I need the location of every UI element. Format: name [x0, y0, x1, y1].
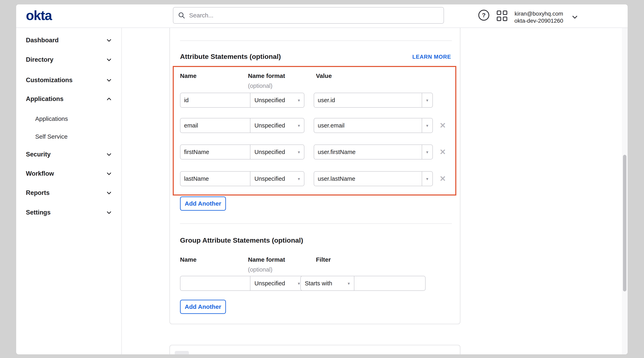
- user-email: kiran@boxyhq.com: [512, 10, 566, 17]
- placeholder-block: [175, 351, 189, 354]
- column-header-name-format: Name format: [248, 256, 285, 263]
- close-icon: ✕: [440, 148, 446, 156]
- browser-viewport: okta ? kiran@boxyhq.com okta-d: [16, 5, 628, 354]
- sidebar-item-settings[interactable]: Settings: [26, 208, 112, 217]
- sidebar-item-customizations[interactable]: Customizations: [26, 76, 112, 85]
- sidebar-divider: [121, 28, 122, 354]
- learn-more-link[interactable]: LEARN MORE: [412, 54, 451, 60]
- caret-down-icon: ▾: [426, 123, 428, 128]
- search-icon: [178, 12, 186, 19]
- column-header-optional-note: (optional): [248, 266, 272, 273]
- attribute-name-input[interactable]: [180, 172, 250, 186]
- chevron-down-icon: [106, 170, 112, 177]
- caret-down-icon: ▾: [426, 177, 428, 181]
- global-search: [173, 7, 444, 24]
- chevron-down-icon: [106, 209, 112, 216]
- user-org: okta-dev-20901260: [512, 17, 566, 24]
- sidebar-item-applications[interactable]: Applications: [26, 95, 112, 103]
- attribute-name-input[interactable]: [180, 93, 250, 107]
- remove-row-button[interactable]: ✕: [438, 121, 447, 130]
- chevron-down-icon: [106, 189, 112, 196]
- user-menu[interactable]: kiran@boxyhq.com okta-dev-20901260: [512, 10, 566, 24]
- filter-operator-select[interactable]: Starts with ▾: [301, 276, 354, 290]
- screen: okta ? kiran@boxyhq.com okta-d: [0, 0, 644, 358]
- value-dropdown-button[interactable]: ▾: [422, 172, 432, 186]
- caret-down-icon: ▾: [426, 98, 428, 102]
- chevron-down-icon: [106, 151, 112, 158]
- attribute-value-input[interactable]: [314, 145, 422, 159]
- attribute-value-input[interactable]: [314, 118, 422, 133]
- caret-down-icon: ▾: [298, 123, 300, 128]
- search-input[interactable]: [189, 12, 439, 19]
- value-dropdown-button[interactable]: ▾: [422, 118, 432, 133]
- apps-grid-icon[interactable]: [497, 11, 507, 21]
- chevron-down-icon[interactable]: [571, 13, 579, 21]
- sidebar-item-security[interactable]: Security: [26, 150, 112, 159]
- saml-settings-card: Attribute Statements (optional) LEARN MO…: [170, 28, 460, 324]
- name-format-select[interactable]: Unspecified ▾: [250, 118, 304, 133]
- column-header-value: Value: [316, 73, 332, 79]
- caret-down-icon: ▾: [298, 150, 300, 154]
- sidebar-item-self-service[interactable]: Self Service: [35, 132, 112, 141]
- name-format-select[interactable]: Unspecified ▾: [250, 145, 304, 159]
- name-format-select[interactable]: Unspecified ▾: [250, 276, 304, 290]
- caret-down-icon: ▾: [298, 177, 300, 181]
- sidebar-item-directory[interactable]: Directory: [26, 55, 112, 64]
- section-divider: [180, 41, 452, 41]
- name-format-select[interactable]: Unspecified ▾: [250, 93, 304, 107]
- group-attribute-statements-title: Group Attribute Statements (optional): [180, 236, 303, 244]
- caret-down-icon: ▾: [298, 98, 300, 102]
- attribute-statements-title: Attribute Statements (optional): [180, 53, 281, 61]
- column-header-filter: Filter: [316, 256, 331, 263]
- okta-logo: okta: [26, 8, 52, 23]
- caret-down-icon: ▾: [426, 150, 428, 154]
- sidebar-item-reports[interactable]: Reports: [26, 188, 112, 197]
- chevron-up-icon: [106, 96, 112, 102]
- chevron-down-icon: [106, 37, 112, 44]
- attribute-value-input[interactable]: [314, 93, 422, 107]
- attribute-name-input[interactable]: [180, 118, 250, 133]
- name-format-select[interactable]: Unspecified ▾: [250, 172, 304, 186]
- sidebar-item-dashboard[interactable]: Dashboard: [26, 36, 112, 45]
- close-icon: ✕: [440, 121, 446, 130]
- attribute-name-input[interactable]: [180, 145, 250, 159]
- filter-value-input[interactable]: [354, 276, 425, 290]
- chevron-down-icon: [106, 77, 112, 84]
- help-icon[interactable]: ?: [478, 10, 489, 21]
- add-another-attribute-button[interactable]: Add Another: [180, 196, 226, 211]
- sidebar-item-applications-sub[interactable]: Applications: [35, 115, 112, 123]
- caret-down-icon: ▾: [348, 281, 350, 285]
- column-header-optional-note: (optional): [248, 83, 272, 89]
- value-dropdown-button[interactable]: ▾: [422, 93, 432, 107]
- next-section-card: [170, 345, 460, 354]
- close-icon: ✕: [440, 174, 446, 183]
- column-header-name-format: Name format: [248, 73, 285, 79]
- remove-row-button[interactable]: ✕: [438, 174, 447, 183]
- remove-row-button[interactable]: ✕: [438, 148, 447, 156]
- column-header-name: Name: [180, 73, 196, 79]
- add-another-group-attribute-button[interactable]: Add Another: [180, 300, 226, 314]
- caret-down-icon: ▾: [298, 281, 300, 285]
- sidebar-item-workflow[interactable]: Workflow: [26, 169, 112, 178]
- top-bar: okta ? kiran@boxyhq.com okta-d: [16, 5, 628, 28]
- value-dropdown-button[interactable]: ▾: [422, 145, 432, 159]
- column-header-name: Name: [180, 256, 196, 263]
- group-name-input[interactable]: [180, 276, 250, 290]
- scrollbar-thumb[interactable]: [623, 155, 626, 291]
- chevron-down-icon: [106, 56, 112, 63]
- attribute-value-input[interactable]: [314, 172, 422, 186]
- section-divider: [180, 223, 452, 224]
